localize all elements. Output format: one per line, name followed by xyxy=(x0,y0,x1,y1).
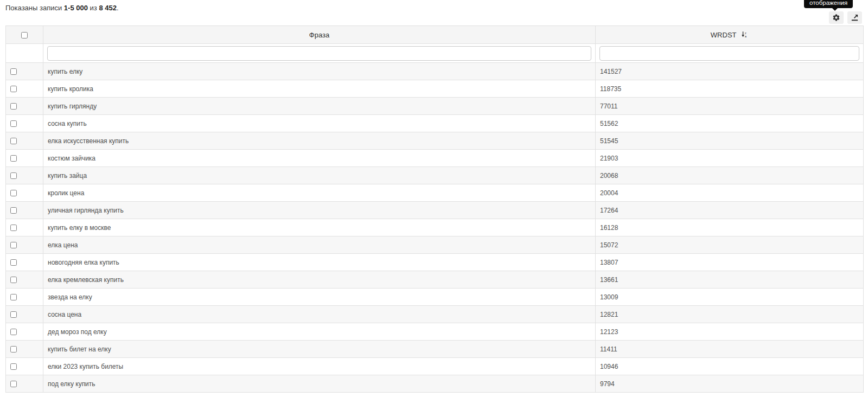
wrdst-cell: 16128 xyxy=(596,219,864,236)
table-row: сосна цена 12821 xyxy=(6,306,864,323)
row-select-cell xyxy=(6,271,43,289)
tooltip-text: отображения xyxy=(809,0,847,6)
row-select-cell xyxy=(6,80,43,98)
phrase-cell: купить кролика xyxy=(43,80,596,98)
wrdst-filter-input[interactable] xyxy=(599,46,859,61)
table-row: елки 2023 купить билеты 10946 xyxy=(6,358,864,375)
row-checkbox[interactable] xyxy=(10,346,17,353)
display-settings-button[interactable] xyxy=(829,11,844,24)
row-select-cell xyxy=(6,63,43,80)
table-row: купить гирлянду 77011 xyxy=(6,98,864,115)
wrdst-filter-cell xyxy=(596,44,864,63)
row-checkbox[interactable] xyxy=(10,103,17,110)
phrase-cell: елка цена xyxy=(43,236,596,254)
row-select-cell xyxy=(6,115,43,132)
row-select-cell xyxy=(6,375,43,393)
row-select-cell xyxy=(6,254,43,271)
table-row: дед мороз под елку 12123 xyxy=(6,323,864,341)
wrdst-cell: 20004 xyxy=(596,184,864,202)
table-row: елка кремлевская купить 13661 xyxy=(6,271,864,289)
phrase-cell: купить елку xyxy=(43,63,596,80)
table-row: купить кролика 118735 xyxy=(6,80,864,98)
results-table: Фраза WRDST za купить xyxy=(5,25,864,393)
row-checkbox[interactable] xyxy=(10,138,17,144)
wrdst-cell: 13661 xyxy=(596,271,864,289)
summary-of: из xyxy=(90,4,97,12)
row-select-cell xyxy=(6,184,43,202)
wrdst-cell: 12821 xyxy=(596,306,864,323)
wrdst-column-label: WRDST xyxy=(711,31,737,39)
wrdst-cell: 20068 xyxy=(596,167,864,184)
sort-descending-icon: za xyxy=(741,31,748,40)
row-checkbox[interactable] xyxy=(10,277,17,283)
phrase-cell: елка кремлевская купить xyxy=(43,271,596,289)
records-summary: Показаны записи 1-5 000 из 8 452. xyxy=(5,4,119,12)
table-row: кролик цена 20004 xyxy=(6,184,864,202)
filter-row xyxy=(6,44,864,63)
wrdst-cell: 141527 xyxy=(596,63,864,80)
tooltip-caret xyxy=(832,8,838,11)
row-checkbox[interactable] xyxy=(10,190,17,196)
row-checkbox[interactable] xyxy=(10,86,17,92)
row-checkbox[interactable] xyxy=(10,155,17,162)
row-checkbox[interactable] xyxy=(10,172,17,179)
table-row: новогодняя елка купить 13807 xyxy=(6,254,864,271)
select-all-checkbox[interactable] xyxy=(21,32,28,39)
row-checkbox[interactable] xyxy=(10,68,17,75)
wrdst-cell: 11411 xyxy=(596,341,864,358)
row-checkbox[interactable] xyxy=(10,225,17,231)
row-checkbox[interactable] xyxy=(10,259,17,266)
row-checkbox[interactable] xyxy=(10,294,17,300)
row-checkbox[interactable] xyxy=(10,311,17,318)
select-all-header xyxy=(6,26,43,44)
svg-text:a: a xyxy=(745,34,746,37)
keyword-results-page: Показаны записи 1-5 000 из 8 452. отобра… xyxy=(0,0,868,410)
row-checkbox[interactable] xyxy=(10,120,17,127)
phrase-cell: новогодняя елка купить xyxy=(43,254,596,271)
phrase-cell: елка искусственная купить xyxy=(43,132,596,150)
row-select-cell xyxy=(6,236,43,254)
gear-icon xyxy=(832,14,840,22)
row-checkbox[interactable] xyxy=(10,381,17,387)
row-checkbox[interactable] xyxy=(10,207,17,214)
phrase-cell: кролик цена xyxy=(43,184,596,202)
wrdst-cell: 17264 xyxy=(596,202,864,219)
row-select-cell xyxy=(6,98,43,115)
summary-range: 1-5 000 xyxy=(64,4,88,12)
phrase-cell: купить гирлянду xyxy=(43,98,596,115)
wrdst-column-header[interactable]: WRDST za xyxy=(596,26,864,44)
wrdst-cell: 15072 xyxy=(596,236,864,254)
export-button[interactable] xyxy=(847,11,862,24)
row-select-cell xyxy=(6,306,43,323)
row-select-cell xyxy=(6,289,43,306)
header-row: Фраза WRDST za xyxy=(6,26,864,44)
wrdst-cell: 12123 xyxy=(596,323,864,341)
phrase-column-header: Фраза xyxy=(43,26,596,44)
wrdst-cell: 10946 xyxy=(596,358,864,375)
svg-text:z: z xyxy=(745,31,746,34)
wrdst-cell: 9794 xyxy=(596,375,864,393)
table-row: купить елку 141527 xyxy=(6,63,864,80)
row-checkbox[interactable] xyxy=(10,329,17,335)
wrdst-cell: 21903 xyxy=(596,150,864,167)
row-checkbox[interactable] xyxy=(10,363,17,370)
row-checkbox[interactable] xyxy=(10,242,17,248)
row-select-cell xyxy=(6,341,43,358)
phrase-filter-input[interactable] xyxy=(47,46,591,61)
table-row: елка цена 15072 xyxy=(6,236,864,254)
filter-empty-cell xyxy=(6,44,43,63)
table-row: под елку купить 9794 xyxy=(6,375,864,393)
wrdst-cell: 51562 xyxy=(596,115,864,132)
table-row: елка искусственная купить 51545 xyxy=(6,132,864,150)
phrase-cell: сосна купить xyxy=(43,115,596,132)
phrase-column-label: Фраза xyxy=(309,31,329,39)
display-settings-tooltip: отображения xyxy=(804,0,853,8)
summary-period: . xyxy=(117,4,119,12)
wrdst-cell: 13009 xyxy=(596,289,864,306)
table-row: купить елку в москве 16128 xyxy=(6,219,864,236)
wrdst-cell: 77011 xyxy=(596,98,864,115)
phrase-cell: сосна цена xyxy=(43,306,596,323)
summary-prefix: Показаны записи xyxy=(5,4,62,12)
row-select-cell xyxy=(6,150,43,167)
table-row: сосна купить 51562 xyxy=(6,115,864,132)
